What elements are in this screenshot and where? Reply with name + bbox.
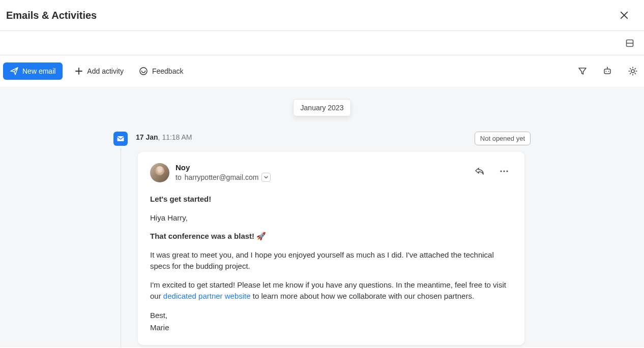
reply-icon bbox=[475, 166, 485, 176]
email-subject: Let's get started! bbox=[150, 194, 512, 205]
close-button[interactable] bbox=[618, 9, 630, 21]
sender-block: Noy to harrypotter@gmail.com bbox=[175, 163, 271, 182]
new-email-button[interactable]: New email bbox=[3, 62, 63, 80]
sender-avatar bbox=[150, 163, 169, 182]
recipient-line: to harrypotter@gmail.com bbox=[175, 173, 271, 182]
settings-button[interactable] bbox=[625, 63, 641, 79]
svg-rect-9 bbox=[118, 136, 124, 141]
feedback-label: Feedback bbox=[152, 67, 183, 75]
gear-icon bbox=[628, 66, 638, 76]
entry-timestamp: 17 Jan, 11:18 AM bbox=[136, 132, 192, 141]
open-status-badge: Not opened yet bbox=[475, 132, 531, 145]
new-email-label: New email bbox=[22, 67, 55, 75]
sender-name: Noy bbox=[175, 163, 271, 172]
reply-button[interactable] bbox=[472, 163, 488, 179]
entry-time: 11:18 AM bbox=[162, 133, 192, 141]
email-paragraph-1: It was great to meet you, and I hope you… bbox=[150, 249, 512, 272]
timeline-entry-header: 17 Jan, 11:18 AM Not opened yet bbox=[113, 132, 531, 146]
timeline-area: January 2023 17 Jan, 11:18 AM Not opened… bbox=[0, 87, 644, 347]
action-toolbar: New email Add activity Feedback bbox=[0, 55, 644, 87]
paragraph2-post: to learn more about how we collaborate w… bbox=[251, 292, 474, 300]
email-greeting: Hiya Harry, bbox=[150, 212, 512, 224]
date-group-wrap: January 2023 bbox=[0, 99, 644, 116]
timeline-line bbox=[121, 148, 121, 347]
feedback-button[interactable]: Feedback bbox=[136, 62, 186, 80]
svg-point-8 bbox=[631, 70, 634, 73]
svg-point-2 bbox=[140, 68, 147, 75]
recipient-prefix: to bbox=[175, 173, 182, 181]
add-activity-label: Add activity bbox=[87, 67, 124, 75]
svg-point-5 bbox=[608, 71, 609, 72]
email-card: Noy to harrypotter@gmail.com bbox=[138, 152, 524, 345]
svg-point-12 bbox=[506, 170, 508, 172]
svg-rect-3 bbox=[604, 69, 610, 74]
svg-point-7 bbox=[607, 67, 608, 68]
svg-point-11 bbox=[503, 170, 505, 172]
send-icon bbox=[10, 67, 18, 75]
page-title: Emails & Activities bbox=[6, 10, 97, 21]
date-group-badge: January 2023 bbox=[293, 99, 352, 116]
email-body: Let's get started! Hiya Harry, That conf… bbox=[150, 194, 512, 334]
entry-date: 17 Jan bbox=[136, 133, 158, 141]
close-icon bbox=[620, 11, 628, 20]
email-card-header: Noy to harrypotter@gmail.com bbox=[150, 163, 512, 182]
email-bold-line: That conference was a blast! 🚀 bbox=[150, 231, 512, 242]
layout-toggle-button[interactable] bbox=[625, 38, 635, 48]
panel-header: Emails & Activities bbox=[0, 0, 644, 31]
email-signoff: Best, Marie bbox=[150, 309, 512, 334]
add-activity-button[interactable]: Add activity bbox=[72, 63, 127, 79]
expand-recipients-button[interactable] bbox=[261, 173, 271, 182]
email-paragraph-2: I'm excited to get started! Please let m… bbox=[150, 279, 512, 302]
signature-name: Marie bbox=[150, 322, 512, 334]
panel-split-icon bbox=[626, 39, 634, 47]
signoff-text: Best, bbox=[150, 309, 512, 322]
filter-button[interactable] bbox=[575, 64, 590, 79]
partner-website-link[interactable]: dedicated partner website bbox=[163, 292, 251, 300]
chevron-down-icon bbox=[264, 175, 269, 180]
bot-button[interactable] bbox=[599, 63, 616, 79]
email-entry-icon bbox=[113, 132, 128, 146]
more-actions-button[interactable] bbox=[496, 163, 512, 179]
feedback-icon bbox=[139, 67, 148, 76]
email-card-actions bbox=[472, 163, 512, 179]
timeline-container: 17 Jan, 11:18 AM Not opened yet Noy to h… bbox=[113, 132, 531, 345]
plus-icon bbox=[75, 67, 83, 75]
mail-icon bbox=[116, 135, 125, 143]
svg-point-10 bbox=[500, 170, 502, 172]
filter-icon bbox=[578, 67, 587, 76]
bot-icon bbox=[602, 66, 612, 76]
svg-point-4 bbox=[606, 71, 607, 72]
recipient-email: harrypotter@gmail.com bbox=[185, 173, 259, 181]
more-horizontal-icon bbox=[499, 166, 509, 176]
subheader bbox=[0, 31, 644, 55]
